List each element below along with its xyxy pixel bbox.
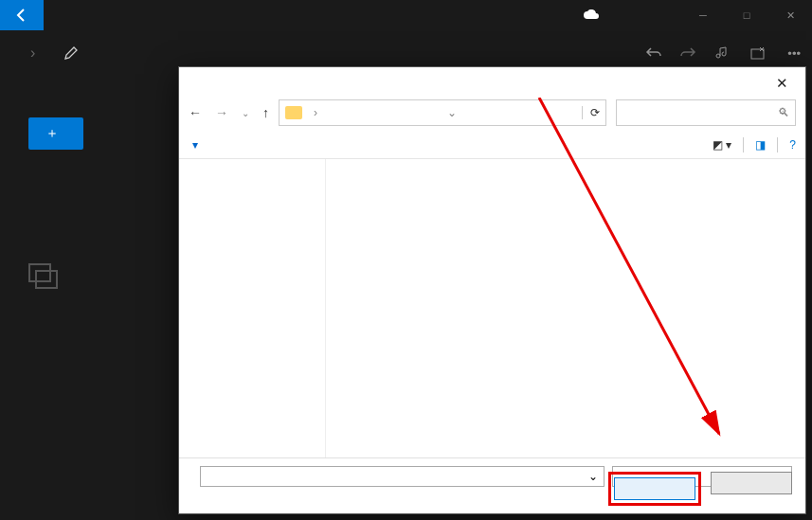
svg-rect-1 bbox=[29, 264, 50, 281]
nav-back-button[interactable]: ← bbox=[189, 105, 202, 120]
svg-rect-0 bbox=[751, 49, 764, 59]
chevron-down-icon: ⌄ bbox=[588, 470, 598, 483]
redo-button[interactable] bbox=[679, 45, 696, 61]
search-icon: 🔍︎ bbox=[778, 106, 789, 119]
refresh-button[interactable]: ⟳ bbox=[582, 106, 600, 119]
search-input[interactable]: 🔍︎ bbox=[616, 99, 796, 126]
undo-icon bbox=[645, 45, 662, 61]
undo-button[interactable] bbox=[645, 45, 662, 61]
nav-up-button[interactable]: ↑ bbox=[262, 105, 269, 120]
finish-video-button[interactable] bbox=[750, 46, 770, 61]
cloud-icon bbox=[583, 9, 600, 21]
chevron-down-icon: ▾ bbox=[192, 138, 198, 152]
filename-input[interactable]: ⌄ bbox=[200, 466, 604, 487]
open-button[interactable] bbox=[614, 477, 695, 500]
plus-icon: ＋ bbox=[45, 125, 59, 142]
address-bar[interactable]: › ⌄ ⟳ bbox=[279, 99, 606, 126]
maximize-button[interactable]: □ bbox=[725, 0, 768, 30]
onedrive-status[interactable] bbox=[583, 9, 605, 21]
minimize-button[interactable]: ─ bbox=[681, 0, 725, 30]
help-button[interactable]: ? bbox=[789, 138, 796, 152]
file-grid bbox=[326, 159, 805, 457]
view-large-button[interactable]: ◩ ▾ bbox=[713, 138, 731, 152]
redo-icon bbox=[679, 45, 696, 61]
pencil-icon bbox=[63, 45, 79, 61]
watermark-text bbox=[192, 487, 278, 493]
svg-rect-2 bbox=[36, 271, 57, 288]
open-button-highlight bbox=[608, 472, 701, 506]
nav-forward-button[interactable]: → bbox=[215, 105, 228, 120]
window-titlebar: ─ □ ✕ bbox=[0, 0, 812, 30]
view-preview-button[interactable]: ◨ bbox=[755, 138, 766, 152]
folder-icon bbox=[285, 106, 302, 119]
cancel-button[interactable] bbox=[711, 472, 792, 494]
breadcrumb-separator: › bbox=[30, 45, 35, 62]
folder-tree bbox=[179, 159, 326, 457]
bg-music-button[interactable] bbox=[713, 46, 733, 61]
close-button[interactable]: ✕ bbox=[768, 0, 812, 30]
more-button[interactable]: ••• bbox=[787, 46, 801, 61]
music-icon bbox=[713, 46, 728, 61]
file-open-dialog: ✕ ← → ⌄ ↑ › ⌄ ⟳ 🔍︎ ▾ ◩ ▾ bbox=[178, 66, 806, 514]
rename-button[interactable] bbox=[54, 45, 88, 61]
back-button[interactable] bbox=[0, 0, 44, 30]
nav-recent-button[interactable]: ⌄ bbox=[242, 108, 249, 118]
export-icon bbox=[750, 46, 765, 61]
add-button[interactable]: ＋ bbox=[28, 117, 83, 150]
organize-menu[interactable]: ▾ bbox=[189, 138, 198, 152]
dialog-close-button[interactable]: ✕ bbox=[768, 73, 796, 94]
